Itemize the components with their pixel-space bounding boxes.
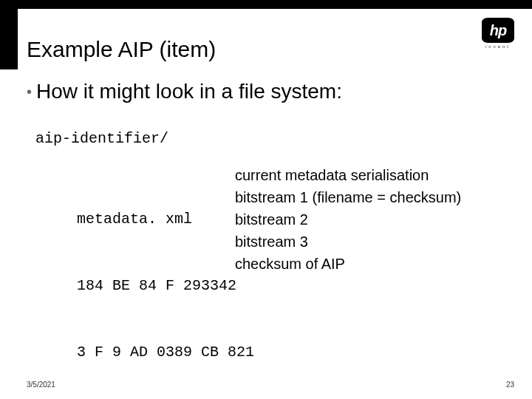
footer-date: 3/5/2021 (27, 381, 55, 389)
bullet-text: How it might look in a file system: (36, 80, 342, 103)
hp-logo-text: hp (490, 22, 506, 39)
slide-title: Example AIP (item) (27, 37, 216, 62)
list-item: 3 F 9 AD 0389 CB 821 (77, 341, 254, 364)
list-item: 184 BE 84 F 293342 (77, 275, 254, 297)
list-item: bitstream 1 (filename = checksum) (235, 186, 461, 208)
hp-logo: hp invent (482, 18, 514, 49)
hp-logo-subtext: invent (482, 44, 514, 49)
bullet-row: • How it might look in a file system: (27, 80, 342, 103)
list-item: checksum of AIP (235, 253, 461, 275)
list-item: current metadata serialisation (235, 164, 461, 186)
file-list: metadata. xml 184 BE 84 F 293342 3 F 9 A… (77, 164, 254, 399)
list-item: bitstream 3 (235, 231, 461, 253)
list-item: bitstream 2 (235, 208, 461, 231)
list-item: metadata. xml (77, 208, 254, 231)
directory-label: aip-identifier/ (35, 130, 168, 147)
hp-logo-mark: hp (482, 18, 514, 43)
footer-page-number: 23 (506, 381, 514, 389)
description-list: current metadata serialisation bitstream… (235, 164, 461, 275)
side-bar (0, 9, 18, 69)
bullet-icon: • (27, 84, 32, 99)
top-bar (0, 0, 532, 9)
